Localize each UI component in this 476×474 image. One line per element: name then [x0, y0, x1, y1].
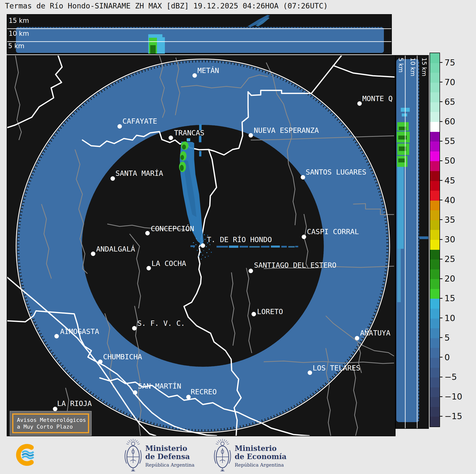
colorbar-cell: [430, 269, 439, 279]
smn-logo-icon: [11, 439, 43, 471]
colorbar-cell: [430, 279, 439, 289]
colorbar-tick-mark: [440, 416, 442, 417]
colorbar-cell: [430, 240, 439, 250]
colorbar-cell: [430, 151, 439, 161]
colorbar-tick-label: 5: [444, 333, 450, 343]
colorbar-cell: [430, 220, 439, 230]
colorbar-tick-mark: [440, 298, 442, 299]
colorbar-tick-mark: [440, 82, 442, 82]
colorbar-tick-mark: [440, 200, 442, 200]
city-label: SANTOS LUGARES: [306, 168, 366, 176]
city-marker: [132, 326, 137, 330]
height-label-5km-vertical: 5 km: [397, 58, 404, 73]
city-marker: [201, 243, 205, 248]
colorbar-tick-label: −5: [444, 372, 457, 382]
city-marker: [54, 334, 59, 338]
ministry-economia-line-2: de Economía: [235, 453, 287, 461]
colorbar-tick-label: 30: [444, 234, 455, 244]
city-label: ANDALGALÁ: [96, 245, 135, 253]
city-label: LORETO: [257, 308, 283, 315]
colorbar-tick-mark: [440, 396, 442, 397]
height-label-15km-vertical: 15 km: [421, 58, 428, 76]
city-label: LA COCHA: [151, 260, 186, 267]
colorbar-cell: [430, 377, 439, 387]
city-label: TRANCAS: [174, 129, 204, 137]
colorbar-tick-mark: [440, 160, 442, 161]
colorbar-tick-label: 50: [444, 156, 455, 166]
city-label: T. DE RÍO HONDO: [207, 236, 272, 243]
colorbar-cell: [430, 319, 439, 328]
top-panel-echo-column: [148, 34, 165, 54]
city-marker: [186, 395, 191, 399]
page-title: Termas de Río Hondo-SINARAME ZH MAX [dBZ…: [5, 1, 328, 10]
colorbar-cell: [430, 171, 439, 181]
city-label: AIMOGASTA: [60, 328, 99, 335]
warning-line-2: a Muy Corto Plazo: [17, 423, 88, 430]
city-marker: [308, 370, 312, 375]
colorbar-cell: [430, 83, 439, 93]
colorbar-tick-label: 25: [444, 254, 455, 264]
colorbar-cell: [430, 299, 439, 309]
colorbar-tick-label: 0: [444, 352, 450, 362]
colorbar-cell: [430, 387, 439, 397]
colorbar-cell: [430, 73, 439, 83]
economia-coat-of-arms-icon: [212, 438, 233, 473]
colorbar-tick-mark: [440, 121, 442, 122]
colorbar-tick-label: −10: [444, 392, 462, 401]
colorbar-tick-label: 55: [444, 136, 455, 146]
colorbar-cell: [430, 368, 439, 378]
colorbar-ticks: 757065605550454035302520151050−5−10−15: [440, 53, 475, 426]
city-label: CHUMBICHA: [103, 353, 142, 361]
city-marker: [249, 269, 253, 273]
city-label: AÑATUYA: [360, 329, 390, 337]
city-label: RECREO: [191, 388, 217, 396]
colorbar-cell: [430, 161, 439, 171]
city-label: CAFAYATE: [122, 117, 157, 125]
colorbar-tick-mark: [440, 62, 442, 63]
colorbar-cell: [430, 250, 439, 260]
colorbar-tick-label: 70: [444, 77, 455, 87]
ministry-defensa-line-1: Ministerio: [145, 444, 194, 453]
radar-map: Avisos Meteorológicos a Muy Corto Plazo …: [7, 55, 396, 436]
city-label: CONCEPCIÓN: [151, 225, 194, 232]
colorbar-tick-mark: [440, 337, 442, 338]
footer: Servicio Meteorológico Nacional Argentin…: [0, 436, 476, 474]
colorbar-tick-label: 40: [444, 195, 455, 205]
ministry-defensa-line-2: de Defensa: [145, 453, 194, 461]
colorbar-tick-mark: [440, 219, 442, 220]
city-marker: [145, 231, 150, 235]
colorbar-cell: [430, 142, 439, 151]
city-label: LOS TELARES: [313, 364, 360, 372]
top-cross-section-panel: 15 km 10 km 5 km: [7, 14, 392, 54]
city-label: NUEVA ESPERANZA: [254, 127, 319, 134]
right-cross-section-graphic: [396, 56, 428, 428]
colorbar-cell: [430, 92, 439, 102]
city-label: CASPI CORRAL: [307, 228, 359, 235]
ministry-defensa-line-3: República Argentina: [145, 462, 194, 468]
colorbar-tick-mark: [440, 318, 442, 318]
city-marker: [357, 101, 362, 106]
ministry-economia: Ministerio de Economía República Argenti…: [235, 444, 287, 468]
colorbar-tick-label: −15: [444, 411, 462, 421]
colorbar-cell: [430, 191, 439, 201]
colorbar-cell: [430, 122, 439, 132]
city-marker: [355, 336, 359, 340]
colorbar-tick-mark: [440, 259, 442, 259]
city-label: SANTIAGO DEL ESTERO: [254, 261, 336, 269]
city-marker: [53, 407, 57, 411]
colorbar-tick-mark: [440, 239, 442, 240]
city-label: MONTE Q: [362, 95, 393, 102]
city-label: S. F. V. C.: [137, 320, 185, 327]
colorbar-cell: [430, 132, 439, 142]
height-label-10km-vertical: 10 km: [409, 58, 416, 76]
colorbar-cell: [430, 397, 439, 407]
top-cross-section-graphic: [7, 15, 391, 54]
colorbar-tick-label: 10: [444, 313, 455, 323]
city-marker: [98, 360, 103, 364]
city-marker: [133, 390, 137, 395]
city-marker: [302, 235, 306, 239]
ministry-economia-line-3: República Argentina: [235, 462, 287, 468]
city-marker: [91, 252, 95, 256]
colorbar-cell: [430, 259, 439, 269]
colorbar-cell: [430, 309, 439, 319]
